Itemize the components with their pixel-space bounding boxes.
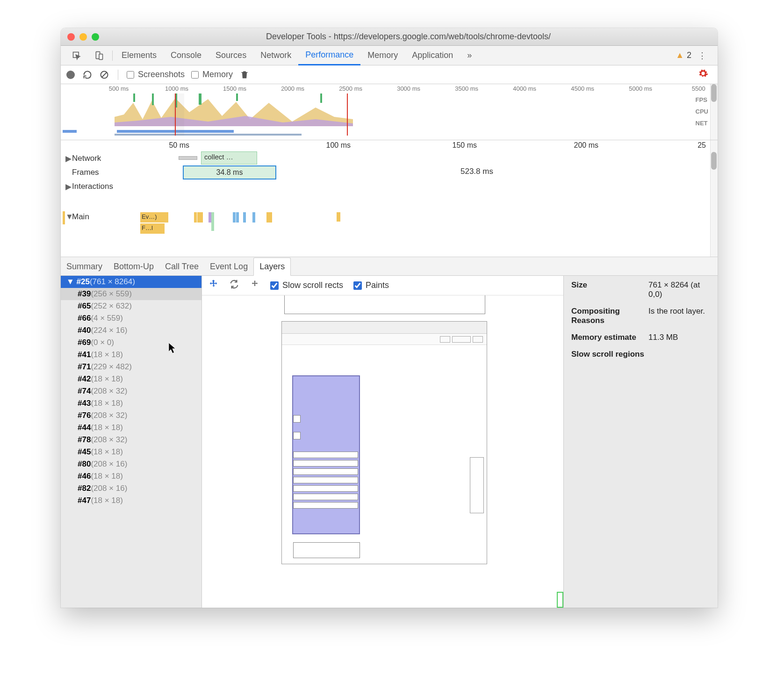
layer-preview[interactable]	[281, 321, 487, 564]
flamechart-scrollbar[interactable]	[710, 140, 718, 257]
device-icon[interactable]	[88, 46, 110, 65]
flame-event[interactable]	[243, 212, 246, 223]
layer-tree-item[interactable]: #80(208 × 16)	[61, 458, 201, 470]
svg-rect-4	[133, 93, 135, 102]
tab-application[interactable]: Application	[405, 46, 460, 65]
track-network[interactable]: ▶Network	[61, 151, 718, 165]
layer-tree-item[interactable]: #65(252 × 632)	[61, 300, 201, 312]
flame-event[interactable]	[269, 212, 272, 223]
layer-toolbar: Slow scroll rects Paints	[202, 276, 563, 295]
detail-tab-summary[interactable]: Summary	[61, 258, 108, 275]
trash-icon[interactable]	[239, 70, 250, 80]
layer-tree-item[interactable]: #69(0 × 0)	[61, 337, 201, 349]
tab-memory[interactable]: Memory	[360, 46, 405, 65]
clear-button[interactable]	[99, 70, 109, 80]
flame-event[interactable]	[337, 212, 340, 222]
tab-network[interactable]: Network	[253, 46, 298, 65]
layer-tree-item[interactable]: #76(208 × 32)	[61, 409, 201, 422]
preview-scrollbar-rect	[470, 457, 484, 513]
overview-tick: 5000 ms	[629, 85, 652, 92]
layer-detail-row: Slow scroll regions	[571, 350, 710, 359]
layer-tree-item[interactable]: #82(208 × 16)	[61, 482, 201, 495]
layer-tree-item[interactable]: #74(208 × 32)	[61, 385, 201, 397]
overview-scrollbar[interactable]	[710, 84, 718, 140]
flame-event[interactable]	[233, 212, 236, 223]
network-event[interactable]: collect …	[201, 151, 257, 165]
inspect-icon[interactable]	[65, 46, 88, 65]
overview-pane[interactable]: 500 ms1000 ms1500 ms2000 ms2500 ms3000 m…	[61, 84, 718, 140]
layer-tree-item[interactable]: #71(229 × 482)	[61, 361, 201, 373]
flame-event[interactable]: F…l	[140, 223, 165, 234]
detail-tab-layers[interactable]: Layers	[253, 258, 291, 276]
close-icon[interactable]	[67, 33, 75, 41]
layer-tree-item[interactable]: #47(18 × 18)	[61, 495, 201, 507]
paints-checkbox[interactable]: Paints	[353, 280, 389, 290]
warning-count[interactable]: ▲ 2	[676, 50, 691, 60]
layer-canvas[interactable]	[202, 295, 563, 608]
track-interactions[interactable]: ▶Interactions	[61, 180, 718, 194]
flame-event[interactable]: Ev…)	[140, 212, 168, 223]
flame-event[interactable]	[194, 212, 197, 223]
overview-graph[interactable]	[61, 93, 718, 136]
warning-count-value: 2	[687, 50, 691, 60]
zoom-icon[interactable]	[92, 33, 99, 41]
track-frames[interactable]: Frames	[61, 165, 718, 180]
reload-button[interactable]	[82, 70, 93, 80]
layer-tree-item[interactable]: #66(4 × 559)	[61, 312, 201, 324]
layer-tree-item[interactable]: #46(18 × 18)	[61, 470, 201, 482]
kebab-menu-icon[interactable]: ⋮	[691, 50, 713, 61]
tab-elements[interactable]: Elements	[115, 46, 164, 65]
record-button[interactable]	[65, 70, 76, 80]
slow-scroll-checkbox[interactable]: Slow scroll rects	[270, 280, 343, 290]
warning-icon: ▲	[676, 50, 684, 60]
overview-tick: 1000 ms	[165, 85, 188, 92]
layer-tree-item[interactable]: #78(208 × 32)	[61, 434, 201, 446]
flame-event[interactable]	[252, 212, 255, 223]
overview-tick: 2000 ms	[281, 85, 304, 92]
flame-event[interactable]	[200, 212, 203, 223]
titlebar[interactable]: Developer Tools - https://developers.goo…	[61, 28, 718, 46]
layer-tree-item[interactable]: #44(18 × 18)	[61, 422, 201, 434]
layer-tree-item[interactable]: #39(256 × 559)	[61, 288, 201, 300]
tabs-overflow[interactable]: »	[460, 46, 479, 65]
ruler-tick: 150 ms	[453, 141, 477, 150]
panel-tabbar: ElementsConsoleSourcesNetworkPerformance…	[61, 46, 718, 65]
detail-tab-call-tree[interactable]: Call Tree	[159, 258, 204, 275]
detail-tab-event-log[interactable]: Event Log	[204, 258, 253, 275]
detail-tabbar: SummaryBottom-UpCall TreeEvent LogLayers	[61, 257, 718, 276]
pan-icon[interactable]	[209, 279, 219, 292]
overview-selection[interactable]	[173, 93, 184, 136]
flamechart-pane[interactable]: 50 ms100 ms150 ms200 ms25 ▶Network colle…	[61, 140, 718, 257]
overview-tick: 500 ms	[109, 85, 129, 92]
svg-rect-5	[152, 93, 154, 105]
layer-tree-item[interactable]: #40(224 × 16)	[61, 324, 201, 337]
flame-event[interactable]	[211, 212, 214, 231]
flame-event[interactable]	[63, 211, 65, 224]
flame-event[interactable]	[236, 212, 239, 223]
svg-rect-8	[236, 93, 238, 101]
separator	[112, 50, 113, 61]
main-flame[interactable]: Ev…) F…l	[140, 212, 281, 240]
tab-performance[interactable]: Performance	[298, 46, 360, 65]
overview-scroll-thumb[interactable]	[711, 84, 717, 102]
overview-net-bar	[115, 134, 302, 136]
overview-tick: 4500 ms	[571, 85, 594, 92]
settings-icon[interactable]	[698, 68, 708, 81]
tab-sources[interactable]: Sources	[209, 46, 253, 65]
detail-tab-bottom-up[interactable]: Bottom-Up	[108, 258, 159, 275]
tab-console[interactable]: Console	[164, 46, 209, 65]
memory-checkbox[interactable]: Memory	[191, 70, 233, 79]
rotate-icon[interactable]	[229, 279, 239, 292]
layer-tree[interactable]: ▼ #25(761 × 8264)#39(256 × 559)#65(252 ×…	[61, 276, 202, 608]
layer-tree-item[interactable]: #42(18 × 18)	[61, 373, 201, 385]
layer-tree-item[interactable]: #45(18 × 18)	[61, 446, 201, 458]
minimize-icon[interactable]	[79, 33, 87, 41]
screenshots-checkbox[interactable]: Screenshots	[127, 70, 185, 79]
layer-detail-row: Memory estimate11.3 MB	[571, 333, 710, 342]
reset-icon[interactable]	[250, 279, 260, 292]
flamechart-scroll-thumb[interactable]	[711, 152, 717, 170]
layer-tree-item[interactable]: #43(18 × 18)	[61, 397, 201, 409]
network-marker[interactable]	[179, 156, 197, 160]
layer-tree-item[interactable]: #41(18 × 18)	[61, 349, 201, 361]
layer-tree-root[interactable]: ▼ #25(761 × 8264)	[61, 276, 201, 288]
